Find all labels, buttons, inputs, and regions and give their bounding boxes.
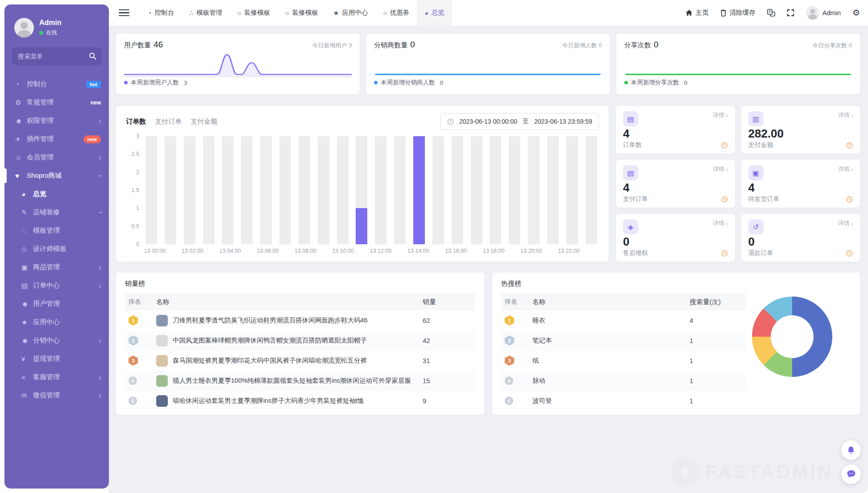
top-navbar: ◔控制台∴模板管理○装修模板○装修模板★应用中心○优惠券◕总览 主页 清除缓存 [109, 0, 868, 25]
item-name: 纸 [532, 356, 539, 365]
sidebar-item-app[interactable]: ★应用中心 [4, 313, 109, 331]
y-axis-tick: 1.5 [126, 187, 139, 193]
stat-card-today-label: 今日新增人数 0 [562, 42, 602, 50]
detail-link[interactable]: 详情› [713, 111, 727, 119]
detail-link[interactable]: 详情› [838, 219, 853, 227]
chart-tab-支付订单[interactable]: 支付订单 [155, 117, 182, 126]
sidebar-item-overview[interactable]: ◕总览 [4, 185, 109, 203]
sidebar-item-wechat[interactable]: ✉微信管理‹ [4, 386, 109, 405]
table-row: 1睡衣4 [501, 310, 746, 330]
nav-tab-7-总览[interactable]: ◕总览 [417, 0, 452, 25]
item-name: 森马国潮短裤男夏季潮印花大码中国风裤子休闲嘻哈潮流宽松五分裤 [173, 356, 367, 365]
pie-icon: ◕ [424, 9, 428, 17]
home-icon [685, 9, 693, 16]
summary-card-value: 0 [748, 235, 853, 248]
sidebar-item-goods[interactable]: ▣商品管理‹ [4, 258, 109, 276]
chevron-left-icon: ‹ [99, 373, 101, 381]
table-row: 2中国风龙图案棒球帽男潮牌休闲鸭舌帽女潮流百搭防晒遮阳太阳帽子42 [125, 330, 475, 351]
detail-link[interactable]: 详情› [838, 165, 853, 173]
nav-tab-label: 优惠券 [390, 8, 410, 17]
sidebar-item-label: 提现管理 [33, 355, 101, 363]
stat-card-today-label: 今日新增用户 3 [312, 42, 352, 50]
chart-row: 订单数支付订单支付金额 2023-06-13 00:00:00 至 2023-0… [116, 106, 860, 262]
sidebar-item-label: 会员管理 [27, 153, 99, 162]
orders-bar-chart: 32.521.510.5013 00:0013 02:0013 04:0013 … [126, 136, 599, 258]
stat-card-today-label: 今日分享次数 0 [812, 42, 852, 50]
product-thumbnail [156, 395, 168, 407]
legend-dot-icon [124, 81, 128, 84]
sidebar-item-withdraw[interactable]: ¥提现管理 [4, 350, 109, 368]
nav-tab-5-应用中心[interactable]: ★应用中心 [326, 0, 376, 25]
detail-link[interactable]: 详情› [713, 219, 727, 227]
chevron-right-icon: › [726, 166, 727, 173]
stat-card-title: 分销商数量 [374, 41, 407, 49]
sidebar-item-general[interactable]: ⚙常规管理new [4, 93, 109, 112]
nav-tab-4-装修模板[interactable]: ○装修模板 [278, 0, 325, 25]
sidebar-item-user[interactable]: ☻用户管理 [4, 295, 109, 313]
table-row: 5嘻哈休闲运动套装男士夏季潮牌ins胖子大码青少年男装短裤短袖t恤9 [125, 391, 475, 411]
sidebar-item-designer[interactable]: ◇设计师模板 [4, 240, 109, 258]
clock-icon [846, 142, 853, 149]
y-axis-tick: 0.5 [126, 223, 139, 230]
profile-status: 在线 [39, 29, 62, 37]
nav-tab-2-模板管理[interactable]: ∴模板管理 [182, 0, 230, 25]
bar-track-13 00:00 [145, 136, 157, 244]
goods-icon: ▣ [21, 263, 33, 272]
notifications-fab[interactable] [841, 440, 861, 460]
stat-card-legend: 本周新增分销商人数0 [374, 79, 602, 87]
chat-fab[interactable] [841, 464, 861, 484]
sidebar-item-commission[interactable]: ☻分销中心‹ [4, 331, 109, 350]
detail-link[interactable]: 详情› [838, 111, 853, 119]
sidebar-item-label: 模板管理 [33, 226, 101, 235]
admin-user-button[interactable]: Admin [806, 6, 841, 20]
chevron-left-icon: ‹ [99, 117, 101, 125]
language-button[interactable] [767, 9, 775, 17]
brush-icon: ✎ [21, 209, 33, 217]
sparkline-chart [624, 51, 852, 77]
sidebar-item-template[interactable]: ∴模板管理 [4, 221, 109, 240]
sidebar-item-member[interactable]: ☺会员管理‹ [4, 148, 109, 167]
stat-card-title: 用户数量 [124, 41, 151, 49]
profile-block[interactable]: Admin 在线 [4, 14, 109, 45]
shipping-icon: ▣ [748, 165, 764, 180]
sidebar-item-console[interactable]: ◔控制台hot [4, 75, 109, 93]
clear-cache-button[interactable]: 清除缓存 [720, 8, 756, 17]
sidebar-item-decorate[interactable]: ✎店铺装修‹ [4, 203, 109, 221]
bar-track-13 05:00 [241, 136, 253, 244]
search-icon[interactable] [89, 52, 96, 60]
chart-tab-支付金额[interactable]: 支付金额 [191, 117, 217, 126]
sidebar-item-shopro[interactable]: ♥Shopro商城‹ [4, 167, 109, 185]
fullscreen-button[interactable] [787, 9, 794, 17]
rank-cell: 1 [129, 315, 156, 326]
summary-card-待发货订单: ▣详情›4待发货订单 [741, 160, 860, 208]
detail-link[interactable]: 详情› [713, 165, 727, 173]
date-from[interactable]: 2023-06-13 00:00:00 [459, 118, 517, 125]
search-input[interactable] [12, 47, 102, 65]
chart-tab-订单数[interactable]: 订单数 [126, 117, 146, 126]
sidebar-item-order[interactable]: ▤订单中心‹ [4, 276, 109, 295]
sidebar-item-addons[interactable]: ✈插件管理new [4, 130, 109, 148]
sidebar-menu: ◔控制台hot⚙常规管理new☻权限管理‹✈插件管理new☺会员管理‹♥Shop… [4, 73, 109, 405]
list-icon: ≡ [21, 373, 33, 381]
cogs-icon: ⚙ [15, 99, 27, 107]
sidebar-item-service[interactable]: ≡客服管理‹ [4, 368, 109, 386]
table-row: 2笔记本1 [501, 330, 746, 351]
sidebar-item-auth[interactable]: ☻权限管理‹ [4, 112, 109, 130]
date-range-picker[interactable]: 2023-06-13 00:00:00 至 2023-06-13 23:59:5… [440, 113, 599, 130]
shield-icon: ◈ [623, 219, 638, 234]
name-cell: 中国风龙图案棒球帽男潮牌休闲鸭舌帽女潮流百搭防晒遮阳太阳帽子 [156, 335, 423, 347]
date-to[interactable]: 2023-06-13 23:59:59 [534, 118, 592, 125]
hot-search-table: 排名名称搜索量(次)1睡衣42笔记本13纸14脉动15波司登1 [501, 293, 746, 411]
plane-icon: ✈ [15, 135, 27, 143]
gear-icon[interactable]: ⚙ [852, 8, 860, 18]
home-button[interactable]: 主页 [685, 8, 709, 17]
nav-tab-1-控制台[interactable]: ◔控制台 [140, 0, 182, 25]
nav-tab-3-装修模板[interactable]: ○装修模板 [230, 0, 278, 25]
value-cell: 9 [423, 397, 472, 405]
header-value: 搜索量(次) [689, 298, 742, 306]
hamburger-menu-icon[interactable] [115, 0, 133, 25]
header-name: 名称 [156, 298, 423, 306]
chevron-down-icon: ‹ [96, 175, 104, 177]
nav-tab-6-优惠券[interactable]: ○优惠券 [375, 0, 417, 25]
sparkline-chart [124, 51, 352, 77]
